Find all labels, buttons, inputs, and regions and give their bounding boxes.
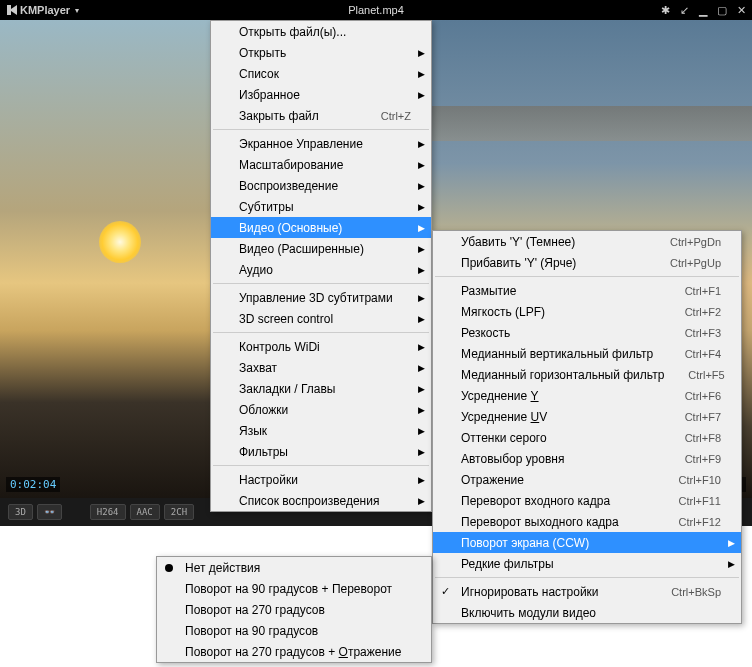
menu-item[interactable]: Открыть▶ — [211, 42, 431, 63]
submenu-arrow-icon: ▶ — [418, 314, 425, 324]
menu-item-label: Нет действия — [185, 561, 411, 575]
3d-button[interactable]: 3D — [8, 504, 33, 520]
menu-item[interactable]: Видео (Расширенные)▶ — [211, 238, 431, 259]
menu-item[interactable]: Контроль WiDi▶ — [211, 336, 431, 357]
file-title: Planet.mp4 — [348, 4, 404, 16]
pin-icon[interactable]: ✱ — [661, 4, 670, 17]
menu-item[interactable]: Видео (Основные)▶ — [211, 217, 431, 238]
menu-item[interactable]: Экранное Управление▶ — [211, 133, 431, 154]
video-codec-badge: H264 — [90, 504, 126, 520]
app-logo[interactable]: KMPlayer ▾ — [6, 4, 79, 16]
menu-item[interactable]: Управление 3D субтитрами▶ — [211, 287, 431, 308]
menu-item[interactable]: Поворот на 270 градусов + Отражение — [157, 641, 431, 662]
menu-item[interactable]: Захват▶ — [211, 357, 431, 378]
menu-item[interactable]: Усреднение UVCtrl+F7 — [433, 406, 741, 427]
app-name: KMPlayer — [20, 4, 70, 16]
menu-separator — [213, 283, 429, 284]
maximize-icon[interactable]: ▢ — [717, 4, 727, 17]
menu-item[interactable]: Медианный вертикальный фильтрCtrl+F4 — [433, 343, 741, 364]
menu-item-shortcut: Ctrl+F4 — [685, 348, 721, 360]
menu-item-shortcut: Ctrl+F6 — [685, 390, 721, 402]
menu-item[interactable]: Фильтры▶ — [211, 441, 431, 462]
menu-item-label: Поворот на 270 градусов + Отражение — [185, 645, 411, 659]
menu-item[interactable]: Поворот на 270 градусов — [157, 599, 431, 620]
menu-item-label: Медианный вертикальный фильтр — [461, 347, 661, 361]
menu-item-shortcut: Ctrl+F7 — [685, 411, 721, 423]
menu-item[interactable]: Включить модули видео — [433, 602, 741, 623]
menu-item[interactable]: Настройки▶ — [211, 469, 431, 490]
menu-item-shortcut: Ctrl+PgDn — [670, 236, 721, 248]
menu-item[interactable]: Редкие фильтры▶ — [433, 553, 741, 574]
menu-item[interactable]: Язык▶ — [211, 420, 431, 441]
menu-item-label: Закрыть файл — [239, 109, 357, 123]
menu-item[interactable]: Оттенки серогоCtrl+F8 — [433, 427, 741, 448]
menu-item-label: Автовыбор уровня — [461, 452, 661, 466]
menu-item[interactable]: Масштабирование▶ — [211, 154, 431, 175]
menu-item[interactable]: ✓Игнорировать настройкиCtrl+BkSp — [433, 581, 741, 602]
menu-item-label: Мягкость (LPF) — [461, 305, 661, 319]
menu-item[interactable]: Поворот на 90 градусов — [157, 620, 431, 641]
menu-item[interactable]: Переворот выходного кадраCtrl+F12 — [433, 511, 741, 532]
menu-item[interactable]: РезкостьCtrl+F3 — [433, 322, 741, 343]
menu-item[interactable]: Воспроизведение▶ — [211, 175, 431, 196]
menu-item[interactable]: Мягкость (LPF)Ctrl+F2 — [433, 301, 741, 322]
menu-item[interactable]: Аудио▶ — [211, 259, 431, 280]
menu-item-label: Убавить 'Y' (Темнее) — [461, 235, 646, 249]
context-menu-main: Открыть файл(ы)...Открыть▶Список▶Избранн… — [210, 20, 432, 512]
menu-item[interactable]: Прибавить 'Y' (Ярче)Ctrl+PgUp — [433, 252, 741, 273]
submenu-arrow-icon: ▶ — [418, 384, 425, 394]
menu-item[interactable]: РазмытиеCtrl+F1 — [433, 280, 741, 301]
menu-item-label: Список воспроизведения — [239, 494, 411, 508]
menu-separator — [213, 465, 429, 466]
menu-item[interactable]: Список воспроизведения▶ — [211, 490, 431, 511]
3d-glasses-button[interactable]: 👓 — [37, 504, 62, 520]
menu-item-label: Управление 3D субтитрами — [239, 291, 411, 305]
menu-item[interactable]: Медианный горизонтальный фильтрCtrl+F5 — [433, 364, 741, 385]
submenu-arrow-icon: ▶ — [418, 181, 425, 191]
menu-item[interactable]: Переворот входного кадраCtrl+F11 — [433, 490, 741, 511]
menu-item[interactable]: Нет действия — [157, 557, 431, 578]
restore-icon[interactable]: ↙ — [680, 4, 689, 17]
menu-item-shortcut: Ctrl+F8 — [685, 432, 721, 444]
submenu-arrow-icon: ▶ — [418, 342, 425, 352]
submenu-arrow-icon: ▶ — [418, 405, 425, 415]
radio-icon — [165, 564, 173, 572]
menu-item[interactable]: Убавить 'Y' (Темнее)Ctrl+PgDn — [433, 231, 741, 252]
submenu-arrow-icon: ▶ — [418, 475, 425, 485]
menu-item[interactable]: Автовыбор уровняCtrl+F9 — [433, 448, 741, 469]
menu-item-label: Настройки — [239, 473, 411, 487]
menu-item-label: Усреднение Y — [461, 389, 661, 403]
menu-item-label: Медианный горизонтальный фильтр — [461, 368, 664, 382]
menu-item-shortcut: Ctrl+F12 — [679, 516, 722, 528]
menu-item[interactable]: Открыть файл(ы)... — [211, 21, 431, 42]
channels-badge: 2CH — [164, 504, 194, 520]
check-icon: ✓ — [441, 585, 450, 598]
menu-item-shortcut: Ctrl+PgUp — [670, 257, 721, 269]
menu-item[interactable]: 3D screen control▶ — [211, 308, 431, 329]
close-icon[interactable]: ✕ — [737, 4, 746, 17]
menu-item[interactable]: Список▶ — [211, 63, 431, 84]
submenu-arrow-icon: ▶ — [418, 160, 425, 170]
menu-item-label: Редкие фильтры — [461, 557, 721, 571]
menu-item-label: Игнорировать настройки — [461, 585, 647, 599]
menu-item-label: Контроль WiDi — [239, 340, 411, 354]
menu-item[interactable]: Субтитры▶ — [211, 196, 431, 217]
dropdown-icon[interactable]: ▾ — [75, 6, 79, 15]
menu-item[interactable]: ОтражениеCtrl+F10 — [433, 469, 741, 490]
menu-item[interactable]: Обложки▶ — [211, 399, 431, 420]
menu-item[interactable]: Поворот на 90 градусов + Переворот — [157, 578, 431, 599]
menu-item-label: Поворот экрана (CCW) — [461, 536, 721, 550]
submenu-arrow-icon: ▶ — [418, 265, 425, 275]
menu-item-label: Масштабирование — [239, 158, 411, 172]
menu-item[interactable]: Избранное▶ — [211, 84, 431, 105]
menu-item-label: Обложки — [239, 403, 411, 417]
minimize-icon[interactable]: ▁ — [699, 4, 707, 17]
menu-item-shortcut: Ctrl+Z — [381, 110, 411, 122]
menu-item[interactable]: Закрыть файлCtrl+Z — [211, 105, 431, 126]
audio-codec-badge: AAC — [130, 504, 160, 520]
menu-item[interactable]: Закладки / Главы▶ — [211, 378, 431, 399]
menu-item[interactable]: Усреднение YCtrl+F6 — [433, 385, 741, 406]
menu-item-label: Список — [239, 67, 411, 81]
menu-item-label: Фильтры — [239, 445, 411, 459]
menu-item[interactable]: Поворот экрана (CCW)▶ — [433, 532, 741, 553]
